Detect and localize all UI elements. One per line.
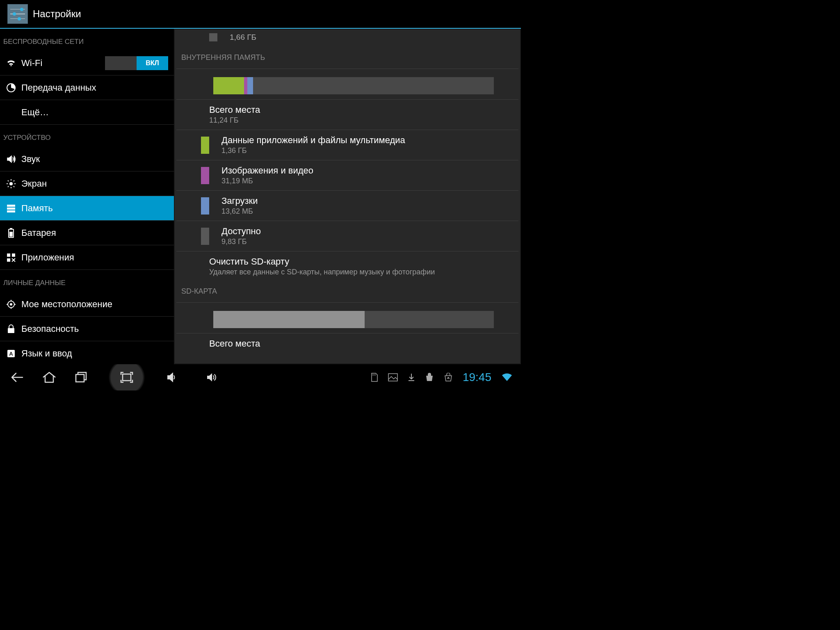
svg-line-9 xyxy=(14,180,14,181)
sidebar-label: Язык и ввод xyxy=(21,348,72,359)
svg-rect-18 xyxy=(7,258,10,262)
lock-icon xyxy=(6,324,16,334)
wifi-status-icon xyxy=(501,373,513,382)
section-header-personal: ЛИЧНЫЕ ДАННЫЕ xyxy=(0,270,174,292)
store-icon xyxy=(425,373,434,382)
language-icon: A xyxy=(6,348,16,359)
recent-apps-button[interactable] xyxy=(72,368,90,386)
item-sub: 13,62 МБ xyxy=(221,207,258,216)
volume-down-button[interactable] xyxy=(163,368,181,386)
screenshot-button[interactable] xyxy=(104,364,149,390)
item-title: Доступно xyxy=(221,226,261,237)
sidebar-item-sound[interactable]: Звук xyxy=(0,147,174,171)
item-sub: 11,24 ГБ xyxy=(209,116,260,125)
content-pane: 1,66 ГБ ВНУТРЕННЯЯ ПАМЯТЬ Всего места 11… xyxy=(174,29,521,364)
item-title: Данные приложений и файлы мультимедиа xyxy=(221,135,405,146)
svg-point-20 xyxy=(10,303,12,306)
sidebar-label: Мое местоположение xyxy=(21,299,112,310)
sidebar-label: Батарея xyxy=(21,228,56,238)
section-header-wireless: БЕСПРОВОДНЫЕ СЕТИ xyxy=(0,29,174,51)
wifi-icon xyxy=(6,58,16,68)
internal-storage-bar xyxy=(213,77,494,94)
sidebar-item-security[interactable]: Безопасность xyxy=(0,317,174,341)
blue-square-icon xyxy=(201,197,209,215)
system-navbar: 19:45 xyxy=(0,364,521,390)
store2-icon xyxy=(444,373,453,382)
sidebar-item-location[interactable]: Мое местоположение xyxy=(0,292,174,317)
green-square-icon xyxy=(201,137,209,154)
svg-rect-16 xyxy=(7,253,10,257)
sd-card-icon xyxy=(371,372,378,382)
blank-icon xyxy=(6,107,16,118)
item-title: Всего места xyxy=(209,338,260,349)
location-icon xyxy=(6,299,16,310)
svg-rect-15 xyxy=(9,232,13,237)
prev-item-remnant[interactable]: 1,66 ГБ xyxy=(176,30,518,48)
svg-point-1 xyxy=(9,182,13,185)
item-title: Очистить SD-карту xyxy=(209,256,435,267)
content-scroll[interactable]: 1,66 ГБ ВНУТРЕННЯЯ ПАМЯТЬ Всего места 11… xyxy=(175,30,520,363)
item-sub: 9,83 ГБ xyxy=(221,237,261,246)
sidebar-label: Передача данных xyxy=(21,82,96,93)
remnant-value: 1,66 ГБ xyxy=(230,33,256,42)
storage-bar-container xyxy=(176,69,518,99)
storage-icon xyxy=(6,203,16,214)
sidebar-item-battery[interactable]: Батарея xyxy=(0,221,174,245)
sidebar-item-lang[interactable]: A Язык и ввод xyxy=(0,341,174,364)
item-sub: 31,19 МБ xyxy=(221,177,313,185)
storage-item-downloads[interactable]: Загрузки 13,62 МБ xyxy=(176,190,518,221)
sidebar-item-display[interactable]: Экран xyxy=(0,171,174,196)
back-button[interactable] xyxy=(8,368,26,386)
bar-segment-apps xyxy=(213,77,244,94)
app-title: Настройки xyxy=(33,8,81,20)
data-usage-icon xyxy=(6,82,16,93)
volume-up-button[interactable] xyxy=(203,368,221,386)
bar-segment-pics xyxy=(244,77,247,94)
svg-text:A: A xyxy=(9,351,13,357)
settings-icon xyxy=(7,4,28,24)
sidebar-item-more[interactable]: Ещё… xyxy=(0,100,174,125)
item-sub: 1,36 ГБ xyxy=(221,146,405,155)
apps-icon xyxy=(6,252,16,263)
download-icon xyxy=(408,373,415,382)
sd-bar-container xyxy=(176,303,518,333)
storage-item-erase[interactable]: Очистить SD-карту Удаляет все данные с S… xyxy=(176,251,518,281)
storage-item-available[interactable]: Доступно 9,83 ГБ xyxy=(176,221,518,251)
item-title: Всего места xyxy=(209,105,260,115)
svg-rect-25 xyxy=(8,328,14,333)
home-button[interactable] xyxy=(40,368,58,386)
sd-bar-fill xyxy=(213,311,365,328)
storage-item-apps[interactable]: Данные приложений и файлы мультимедиа 1,… xyxy=(176,130,518,160)
sidebar-item-wifi[interactable]: Wi-Fi ВКЛ xyxy=(0,51,174,75)
svg-rect-17 xyxy=(12,253,15,257)
sd-item-total[interactable]: Всего места xyxy=(176,333,518,354)
svg-rect-29 xyxy=(123,374,131,381)
sidebar-label: Wi-Fi xyxy=(21,58,42,68)
sidebar[interactable]: БЕСПРОВОДНЫЕ СЕТИ Wi-Fi ВКЛ Передача дан… xyxy=(0,29,174,364)
sidebar-item-apps[interactable]: Приложения xyxy=(0,245,174,270)
sound-icon xyxy=(6,154,16,164)
picture-icon xyxy=(388,373,398,381)
body: БЕСПРОВОДНЫЕ СЕТИ Wi-Fi ВКЛ Передача дан… xyxy=(0,29,521,364)
svg-rect-33 xyxy=(388,374,397,381)
display-icon xyxy=(6,178,16,189)
item-sub: Удаляет все данные с SD-карты, например … xyxy=(209,268,435,276)
sidebar-label: Безопасность xyxy=(21,324,79,334)
sidebar-label: Приложения xyxy=(21,252,74,263)
item-title: Изображения и видео xyxy=(221,165,313,176)
svg-rect-14 xyxy=(10,228,12,229)
sd-storage-bar xyxy=(213,311,494,328)
svg-line-6 xyxy=(8,180,9,181)
storage-item-total[interactable]: Всего места 11,24 ГБ xyxy=(176,99,518,130)
bar-segment-downloads xyxy=(247,77,253,94)
settings-screen: Настройки БЕСПРОВОДНЫЕ СЕТИ Wi-Fi ВКЛ Пе… xyxy=(0,0,521,390)
status-area[interactable]: 19:45 xyxy=(371,371,513,384)
item-title: Загрузки xyxy=(221,196,258,206)
wifi-toggle[interactable]: ВКЛ xyxy=(105,56,168,70)
sidebar-item-storage[interactable]: Память xyxy=(0,196,174,221)
app-header: Настройки xyxy=(0,0,521,29)
grey-square-icon xyxy=(201,228,209,245)
storage-item-pics[interactable]: Изображения и видео 31,19 МБ xyxy=(176,160,518,190)
sidebar-item-data[interactable]: Передача данных xyxy=(0,75,174,100)
battery-icon xyxy=(6,228,16,238)
